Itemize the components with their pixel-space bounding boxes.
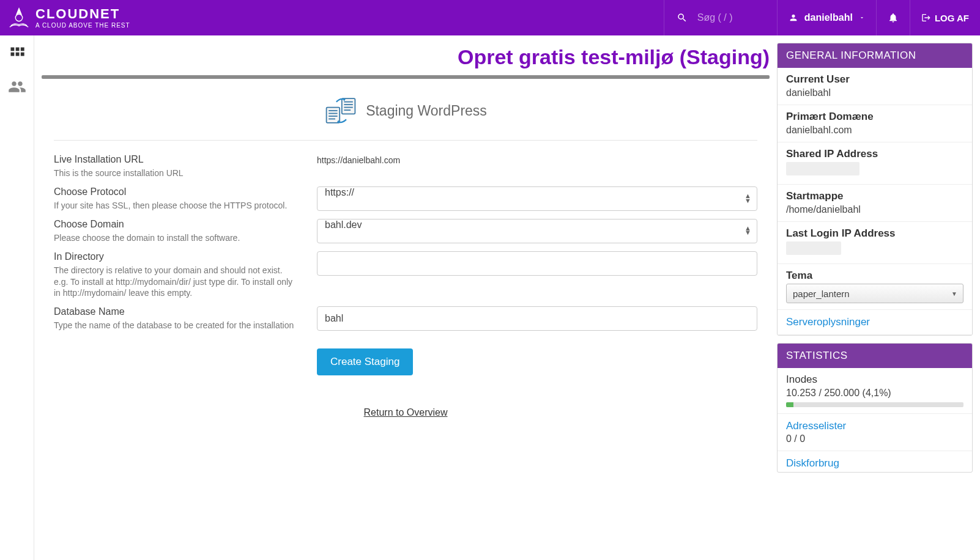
inodes-progress — [786, 402, 963, 407]
users-icon — [8, 78, 26, 96]
brand-title: CLOUDNET — [35, 7, 130, 21]
theme-select[interactable]: paper_lantern — [786, 284, 963, 303]
bell-icon — [888, 12, 899, 23]
username-label: danielbahl — [804, 12, 853, 23]
user-menu[interactable]: danielbahl — [777, 0, 876, 35]
brand-tagline: A CLOUD ABOVE THE REST — [35, 23, 130, 29]
current-user-value: danielbahl — [786, 87, 963, 98]
addresses-link[interactable]: Adresselister — [778, 414, 972, 432]
notifications-button[interactable] — [876, 0, 910, 35]
svg-rect-6 — [20, 53, 24, 56]
inodes-value: 10.253 / 250.000 (4,1%) — [786, 388, 963, 399]
dbname-input[interactable] — [317, 306, 757, 331]
svg-rect-7 — [327, 108, 340, 123]
domain-help: Please choose the domain to install the … — [54, 232, 299, 244]
svg-rect-5 — [15, 53, 19, 56]
live-url-value: https://danielbahl.com — [317, 154, 757, 165]
search-input[interactable] — [697, 12, 765, 23]
statistics-panel: STATISTICS Inodes 10.253 / 250.000 (4,1%… — [777, 343, 973, 473]
brand-logo[interactable]: CLOUDNET A CLOUD ABOVE THE REST — [0, 6, 138, 29]
live-url-help: This is the source installation URL — [54, 168, 299, 179]
directory-help: The directory is relative to your domain… — [54, 265, 299, 300]
left-rail — [0, 35, 34, 560]
home-dir-value: /home/danielbahl — [786, 204, 963, 215]
theme-label: Tema — [786, 270, 963, 282]
apps-grid-button[interactable] — [7, 44, 27, 64]
users-button[interactable] — [7, 77, 27, 97]
current-user-label: Current User — [786, 73, 963, 86]
last-login-label: Last Login IP Address — [786, 227, 963, 240]
general-info-panel: GENERAL INFORMATION Current User danielb… — [777, 43, 973, 336]
apps-grid-icon — [9, 45, 26, 62]
directory-label: In Directory — [54, 251, 299, 262]
dbname-help: Type the name of the database to be crea… — [54, 320, 299, 331]
page-title: Opret gratis test-miljø (Staging) — [42, 43, 770, 75]
last-login-redacted — [786, 241, 841, 255]
primary-domain-label: Primært Domæne — [786, 111, 963, 123]
svg-point-0 — [15, 14, 22, 21]
staging-wordpress-icon — [324, 96, 357, 125]
svg-rect-2 — [15, 48, 19, 51]
cloudnet-logo-icon — [7, 6, 31, 29]
logout-button[interactable]: LOG AF — [910, 0, 980, 35]
return-overview-link[interactable]: Return to Overview — [364, 407, 448, 418]
shared-ip-label: Shared IP Address — [786, 148, 963, 160]
domain-select[interactable]: bahl.dev — [317, 219, 757, 243]
protocol-help: If your site has SSL, then please choose… — [54, 200, 299, 212]
dbname-label: Database Name — [54, 306, 299, 317]
svg-rect-1 — [10, 48, 14, 51]
shared-ip-redacted — [786, 162, 859, 175]
server-info-link[interactable]: Serveroplysninger — [778, 310, 972, 335]
primary-domain-value: danielbahl.com — [786, 125, 963, 136]
caret-down-icon — [859, 15, 865, 21]
live-url-label: Live Installation URL — [54, 154, 299, 165]
addresses-value: 0 / 0 — [778, 432, 972, 451]
general-info-heading: GENERAL INFORMATION — [778, 43, 972, 68]
top-header: CLOUDNET A CLOUD ABOVE THE REST danielba… — [0, 0, 980, 35]
disk-usage-link[interactable]: Diskforbrug — [778, 451, 972, 472]
inodes-label: Inodes — [786, 374, 963, 386]
svg-rect-4 — [10, 53, 14, 56]
header-search[interactable] — [664, 0, 777, 35]
user-icon — [789, 13, 798, 23]
domain-label: Choose Domain — [54, 219, 299, 230]
statistics-heading: STATISTICS — [778, 344, 972, 368]
create-staging-button[interactable]: Create Staging — [317, 348, 413, 375]
search-icon — [677, 12, 688, 23]
protocol-label: Choose Protocol — [54, 186, 299, 197]
svg-rect-12 — [342, 98, 355, 114]
logout-label: LOG AF — [935, 13, 969, 23]
section-title: Staging WordPress — [366, 103, 487, 119]
logout-icon — [921, 13, 931, 23]
svg-rect-3 — [20, 48, 24, 51]
protocol-select[interactable]: https:// — [317, 186, 757, 211]
home-dir-label: Startmappe — [786, 190, 963, 202]
directory-input[interactable] — [317, 251, 757, 276]
